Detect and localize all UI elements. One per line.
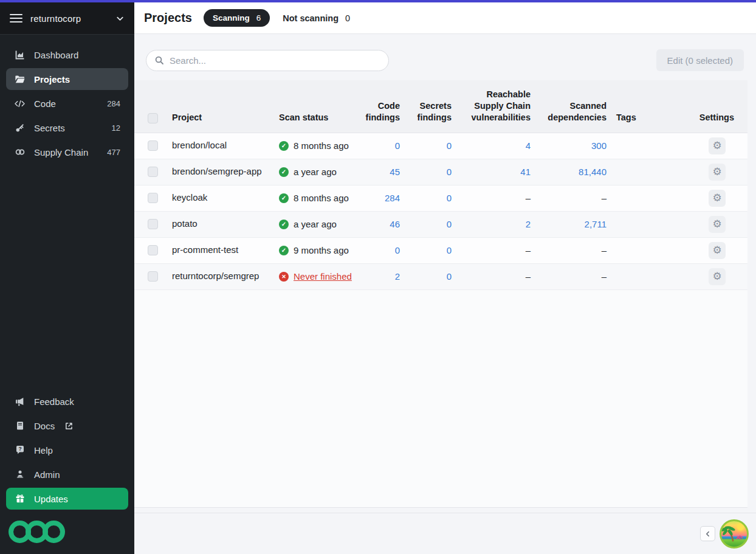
secrets-findings-cell: 0: [405, 237, 456, 263]
chevron-down-icon: [115, 14, 125, 23]
column-header-tags: Tags: [611, 80, 681, 133]
projects-table-card: ProjectScan statusCode findingsSecrets f…: [134, 80, 747, 508]
page-footer: [134, 513, 756, 554]
scan-status-cell: ✓8 months ago: [274, 133, 359, 159]
page-title: Projects: [144, 11, 192, 25]
gear-icon: ⚙: [712, 140, 721, 151]
secrets-findings-link[interactable]: 0: [447, 271, 452, 282]
row-checkbox[interactable]: [148, 271, 158, 282]
secrets-findings-link[interactable]: 0: [447, 167, 452, 177]
code-findings-cell: 0: [359, 133, 405, 159]
column-header-deps: Scanned dependencies: [535, 80, 611, 133]
project-name[interactable]: brendon/local: [172, 140, 227, 150]
reachable-vulnerabilities-link[interactable]: 41: [520, 167, 531, 177]
project-settings-button[interactable]: ⚙: [709, 190, 726, 207]
code-findings-link[interactable]: 45: [390, 167, 400, 177]
project-name[interactable]: brendon/semgrep-app: [172, 166, 262, 176]
reachable-vulnerabilities-link[interactable]: 2: [526, 219, 531, 229]
sidebar-item-supply-chain[interactable]: Supply Chain477: [6, 141, 128, 163]
sidebar-item-projects[interactable]: Projects: [6, 68, 128, 90]
project-settings-button[interactable]: ⚙: [709, 137, 726, 154]
secrets-findings-link[interactable]: 0: [447, 219, 452, 229]
external-link-icon: [64, 421, 74, 431]
row-checkbox[interactable]: [148, 219, 158, 229]
gear-icon: ⚙: [712, 219, 721, 229]
sidebar-footer: FeedbackDocs?HelpAdminUpdates: [0, 390, 134, 554]
column-header-status: Scan status: [274, 80, 359, 133]
code-findings-link[interactable]: 0: [395, 245, 400, 255]
select-all-checkbox[interactable]: [148, 113, 158, 123]
code-findings-link[interactable]: 0: [395, 140, 400, 151]
sidebar-item-help[interactable]: ?Help: [6, 439, 128, 461]
row-checkbox[interactable]: [148, 245, 158, 255]
scanning-count: 6: [256, 13, 261, 23]
hamburger-menu-icon[interactable]: [10, 13, 22, 24]
sidebar-item-label: Updates: [34, 494, 68, 504]
project-settings-button[interactable]: ⚙: [709, 216, 726, 233]
project-name[interactable]: keycloak: [172, 192, 207, 203]
sidebar-item-code[interactable]: Code284: [6, 92, 128, 114]
secrets-findings-cell: 0: [405, 185, 456, 211]
sidebar-item-dashboard[interactable]: Dashboard: [6, 44, 128, 66]
scanning-filter-pill[interactable]: Scanning 6: [204, 9, 270, 27]
reachable-vulnerabilities-link[interactable]: 4: [526, 140, 531, 151]
row-checkbox[interactable]: [148, 167, 158, 177]
scanned-dependencies-link[interactable]: 2,711: [585, 219, 607, 229]
project-name[interactable]: pr-comment-test: [172, 244, 238, 255]
org-selector[interactable]: returntocorp: [0, 2, 134, 35]
column-header-settings: Settings: [681, 80, 747, 133]
sidebar-item-docs[interactable]: Docs: [6, 415, 128, 437]
help-icon: ?: [14, 445, 26, 455]
secrets-findings-link[interactable]: 0: [447, 193, 452, 203]
sidebar-item-secrets[interactable]: Secrets12: [6, 117, 128, 139]
project-name[interactable]: returntocorp/semgrep: [172, 271, 259, 281]
secrets-findings-link[interactable]: 0: [447, 245, 452, 255]
code-findings-link[interactable]: 2: [395, 271, 400, 282]
check-circle-icon: ✓: [279, 167, 289, 177]
scanned-dependencies-cell: 2,711: [535, 211, 611, 237]
code-findings-cell: 46: [359, 211, 405, 237]
sidebar-item-feedback[interactable]: Feedback: [6, 390, 128, 412]
x-circle-icon: ✕: [279, 272, 289, 282]
scanned-dependencies-link[interactable]: 81,440: [579, 167, 607, 177]
project-settings-button[interactable]: ⚙: [709, 242, 726, 259]
project-settings-button[interactable]: ⚙: [709, 268, 726, 285]
admin-icon: [14, 469, 26, 479]
not-scanning-filter[interactable]: Not scanning 0: [283, 13, 350, 23]
code-findings-link[interactable]: 284: [385, 193, 400, 203]
sidebar-item-admin[interactable]: Admin: [6, 463, 128, 485]
secrets-findings-link[interactable]: 0: [447, 140, 452, 151]
code-findings-link[interactable]: 46: [390, 219, 400, 229]
scan-status: ✓a year ago: [279, 219, 354, 229]
scanned-dependencies-cell: 81,440: [535, 159, 611, 185]
check-circle-icon: ✓: [279, 193, 289, 203]
column-header-checkbox: [134, 80, 167, 133]
secrets-findings-cell: 0: [405, 133, 456, 159]
scan-status: ✓9 months ago: [279, 245, 354, 255]
row-checkbox[interactable]: [148, 193, 158, 203]
project-name-cell: potato: [167, 211, 274, 237]
sidebar-item-badge: 284: [107, 99, 120, 108]
project-settings-button[interactable]: ⚙: [709, 164, 726, 181]
edit-selected-button[interactable]: Edit (0 selected): [656, 49, 744, 71]
scan-status-cell: ✓a year ago: [274, 159, 359, 185]
secrets-findings-cell: 0: [405, 211, 456, 237]
collapse-panel-button[interactable]: [700, 526, 715, 541]
table-row: brendon/semgrep-app✓a year ago4504181,44…: [134, 159, 747, 185]
org-name: returntocorp: [30, 13, 108, 24]
tropical-island-avatar[interactable]: [720, 519, 749, 549]
project-name[interactable]: potato: [172, 218, 198, 229]
tags-cell: [611, 237, 681, 263]
search-input[interactable]: [170, 55, 380, 66]
sidebar-item-label: Docs: [34, 421, 55, 431]
dashboard-icon: [14, 50, 26, 60]
main-area: Projects Scanning 6 Not scanning 0 Edit …: [134, 2, 756, 554]
sidebar-item-updates[interactable]: Updates: [6, 488, 128, 510]
projects-table: ProjectScan statusCode findingsSecrets f…: [134, 80, 747, 290]
megaphone-icon: [14, 396, 26, 407]
reachable-vulnerabilities-cell: –: [456, 263, 535, 289]
search-icon: [154, 55, 164, 65]
scan-status-label[interactable]: Never finished: [294, 271, 352, 282]
row-checkbox[interactable]: [148, 140, 158, 151]
scanned-dependencies-link[interactable]: 300: [591, 140, 607, 151]
